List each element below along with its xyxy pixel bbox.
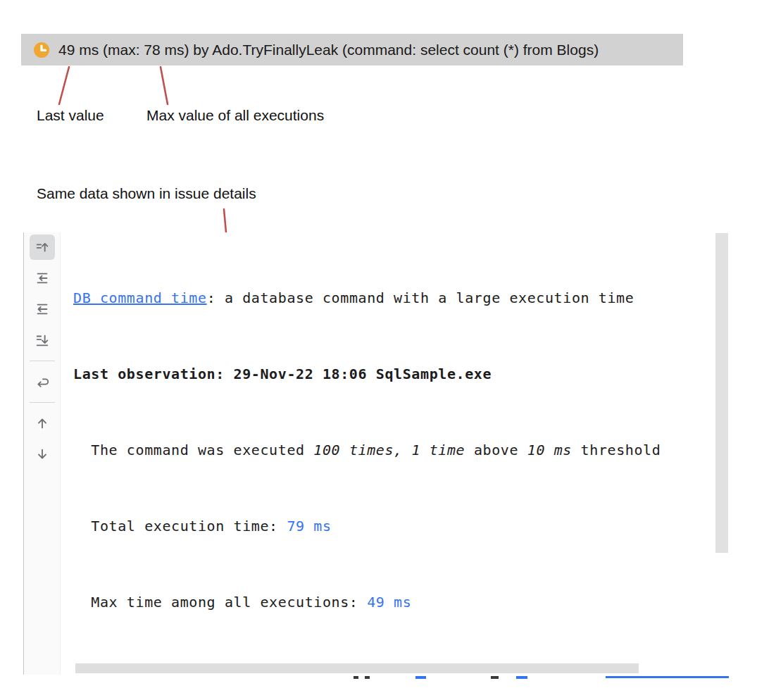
- arrow-up-icon[interactable]: [30, 411, 55, 436]
- issue-details-text: DB command time: a database command with…: [73, 235, 716, 656]
- step-out-down-icon[interactable]: [30, 327, 55, 353]
- step-into-alt-icon[interactable]: [30, 296, 55, 322]
- arrow-down-icon[interactable]: [30, 442, 55, 467]
- clipped-next-line: [606, 676, 729, 678]
- toolbar-divider: [30, 361, 55, 361]
- detail-line-max-time: Max time among all executions: 49 ms: [73, 589, 716, 615]
- collapse-to-first-icon[interactable]: [30, 235, 55, 260]
- step-into-icon[interactable]: [30, 265, 55, 291]
- detail-line-executed: The command was executed 100 times, 1 ti…: [73, 437, 716, 463]
- clipped-next-line: [354, 676, 358, 679]
- vertical-scrollbar-thumb[interactable]: [715, 233, 728, 553]
- clipped-next-line: [491, 676, 499, 679]
- max-value-label: Max value of all executions: [146, 107, 324, 124]
- toolbar-divider: [30, 402, 55, 403]
- issue-description: : a database command with a large execut…: [207, 289, 634, 306]
- issue-details-label: Same data shown in issue details: [37, 185, 256, 202]
- inline-metric-banner[interactable]: 49 ms (max: 78 ms) by Ado.TryFinallyLeak…: [21, 34, 683, 65]
- issue-details-panel: DB command time: a database command with…: [23, 232, 729, 675]
- metric-value: 49 ms: [367, 594, 411, 611]
- recursive-call-icon[interactable]: [30, 369, 55, 394]
- metric-value: 79 ms: [287, 518, 331, 535]
- issue-type-link[interactable]: DB command time: [73, 289, 207, 306]
- annotation-line-last-value: [59, 67, 69, 104]
- detail-line-last-observation: Last observation: 29-Nov-22 18:06 SqlSam…: [73, 361, 716, 387]
- last-value-label: Last value: [37, 107, 104, 124]
- clipped-next-line: [365, 676, 370, 679]
- clipped-next-line: [415, 676, 426, 679]
- clipped-next-line: [516, 676, 527, 679]
- detail-line-title: DB command time: a database command with…: [73, 285, 716, 311]
- horizontal-scrollbar-thumb[interactable]: [75, 663, 639, 673]
- clock-icon: [32, 41, 51, 59]
- annotation-line-max-value: [161, 67, 168, 104]
- panel-toolbar: [24, 232, 61, 675]
- detail-line-total-time: Total execution time: 79 ms: [73, 513, 716, 539]
- banner-text: 49 ms (max: 78 ms) by Ado.TryFinallyLeak…: [58, 42, 599, 58]
